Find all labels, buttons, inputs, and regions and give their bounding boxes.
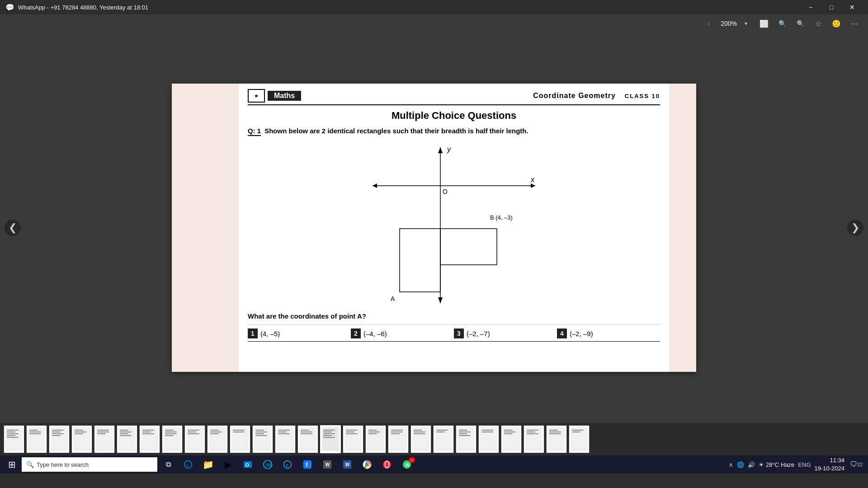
taskbar-app-dell[interactable]: DELL — [259, 455, 277, 474]
favorite-button[interactable]: ☆ — [812, 17, 825, 30]
thumb-19[interactable] — [410, 425, 431, 453]
taskbar-app-outlook[interactable]: O — [239, 455, 257, 474]
taskbar-app-app7[interactable]: W — [318, 455, 336, 474]
svg-text:W: W — [405, 463, 410, 468]
thumb-14[interactable] — [297, 425, 318, 453]
thumb-18[interactable] — [388, 425, 409, 453]
taskbar-app-word[interactable]: W — [338, 455, 356, 474]
next-image-button[interactable]: ❯ — [847, 220, 863, 236]
edge-icon: e — [183, 460, 193, 469]
more-options-button[interactable]: ⋯ — [848, 17, 861, 30]
network-icon[interactable]: 🌐 — [737, 461, 744, 468]
minimize-button[interactable]: − — [800, 0, 821, 14]
mcq-title: Multiple Choice Questions — [248, 110, 660, 122]
thumb-7[interactable] — [139, 425, 160, 453]
edge2-icon: e — [283, 460, 292, 469]
thumb-20[interactable] — [433, 425, 454, 453]
thumb-23[interactable] — [501, 425, 522, 453]
option-3: 3 (–2, –7) — [454, 328, 557, 338]
question-line: Q: 1 Shown below are 2 identical rectang… — [248, 127, 660, 136]
thumb-11[interactable] — [230, 425, 250, 453]
taskbar-app-opera[interactable] — [378, 455, 396, 474]
notification-icon: 🗨 — [850, 460, 857, 469]
zoom-dropdown-button[interactable]: ▾ — [740, 17, 752, 30]
thumb-12[interactable] — [252, 425, 273, 453]
thumbnail-strip[interactable] — [0, 423, 868, 455]
maximize-button[interactable]: □ — [821, 0, 842, 14]
search-input-placeholder: Type here to search — [37, 461, 89, 468]
toolbar: ‹ 200% ▾ ⬜ 🔍 🔍 ☆ 🙂 ⋯ — [0, 14, 868, 33]
svg-text:f: f — [306, 461, 308, 468]
emoji-button[interactable]: 🙂 — [830, 17, 843, 30]
thumb-3[interactable] — [49, 425, 70, 453]
options-row: 1 (4, –5) 2 (–4, –6) 3 (–2, –7) 4 (–2, –… — [248, 324, 660, 338]
language-icon[interactable]: ENG — [798, 461, 811, 468]
back-button[interactable]: ‹ — [703, 17, 715, 30]
outlook-icon: O — [243, 460, 253, 469]
volume-icon[interactable]: 🔊 — [748, 461, 755, 468]
thumb-21[interactable] — [456, 425, 476, 453]
taskbar-app-chrome[interactable] — [358, 455, 376, 474]
taskbar-app-facebook[interactable]: f — [298, 455, 316, 474]
svg-text:O: O — [245, 462, 250, 468]
system-clock[interactable]: 11:34 19-10-2024 — [815, 456, 845, 473]
taskbar-app-whatsapp[interactable]: W 11 — [398, 455, 416, 474]
doc-header-right: Coordinate Geometry CLASS 10 — [533, 92, 660, 100]
thumb-1[interactable] — [4, 425, 24, 453]
svg-text:x: x — [530, 176, 535, 183]
page-right-margin — [669, 84, 696, 372]
page-left-margin — [172, 84, 239, 372]
prev-image-button[interactable]: ❮ — [5, 220, 21, 236]
svg-text:B (4, –3): B (4, –3) — [490, 214, 513, 221]
sub-question: What are the coordinates of point A? — [248, 312, 660, 320]
thumb-16[interactable] — [343, 425, 363, 453]
diagram-container: y x O B (4, –3) A — [248, 141, 660, 308]
taskbar: ⊞ 🔍 Type here to search ⧉ e 📁 ▶ O DELL — [0, 455, 868, 474]
weather-widget[interactable]: ☀ 28°C Haze — [759, 461, 794, 468]
thumb-8[interactable] — [162, 425, 183, 453]
thumb-17[interactable] — [365, 425, 386, 453]
start-button[interactable]: ⊞ — [4, 456, 20, 473]
notification-button[interactable]: 🗨 22 — [848, 455, 864, 474]
option-text-4: (–2, –9) — [570, 330, 593, 338]
temperature: 28°C — [766, 461, 779, 468]
zoom-in-button[interactable]: 🔍 — [776, 17, 788, 30]
thumb-6[interactable] — [117, 425, 137, 453]
thumb-4[interactable] — [71, 425, 92, 453]
task-view-icon: ⧉ — [166, 460, 171, 469]
main-viewer: ❮ ❯ ★ Maths Coordinate Geometry CLASS 10 — [0, 33, 868, 423]
logo-box: ★ — [248, 89, 265, 103]
taskbar-app-edge[interactable]: e — [179, 455, 197, 474]
thumb-5[interactable] — [94, 425, 115, 453]
thumb-24[interactable] — [524, 425, 544, 453]
zoom-out-button[interactable]: 🔍 — [794, 17, 807, 30]
bottom-line — [248, 341, 660, 342]
system-tray: ∧ — [729, 461, 733, 468]
whatsapp-badge: 11 — [409, 457, 415, 463]
screen-fit-button[interactable]: ⬜ — [758, 17, 770, 30]
thumb-15[interactable] — [320, 425, 341, 453]
option-badge-3: 3 — [454, 328, 464, 338]
thumb-9[interactable] — [184, 425, 205, 453]
close-button[interactable]: ✕ — [842, 0, 863, 14]
question-number: Q: 1 — [248, 127, 261, 136]
whatsapp-title-icon: 💬 — [5, 3, 14, 12]
subject-label: Maths — [268, 91, 301, 101]
search-box[interactable]: 🔍 Type here to search — [22, 457, 157, 472]
weather-icon: ☀ — [759, 461, 764, 468]
thumb-22[interactable] — [478, 425, 499, 453]
document-page: ★ Maths Coordinate Geometry CLASS 10 Mul… — [172, 84, 696, 372]
taskbar-app-edge2[interactable]: e — [278, 455, 297, 474]
thumb-10[interactable] — [207, 425, 228, 453]
taskbar-app-file-explorer[interactable]: 📁 — [199, 455, 217, 474]
tray-up-icon[interactable]: ∧ — [729, 461, 733, 468]
taskbar-app-youtube[interactable]: ▶ — [219, 455, 237, 474]
facebook-icon: f — [302, 460, 312, 469]
title-bar-left: 💬 WhatsApp - +91 78284 48880, Yesterday … — [5, 3, 148, 12]
thumb-26[interactable] — [569, 425, 590, 453]
thumb-2[interactable] — [26, 425, 47, 453]
thumb-25[interactable] — [546, 425, 567, 453]
thumb-13[interactable] — [275, 425, 296, 453]
task-view-button[interactable]: ⧉ — [159, 455, 177, 474]
opera-icon — [382, 460, 392, 469]
